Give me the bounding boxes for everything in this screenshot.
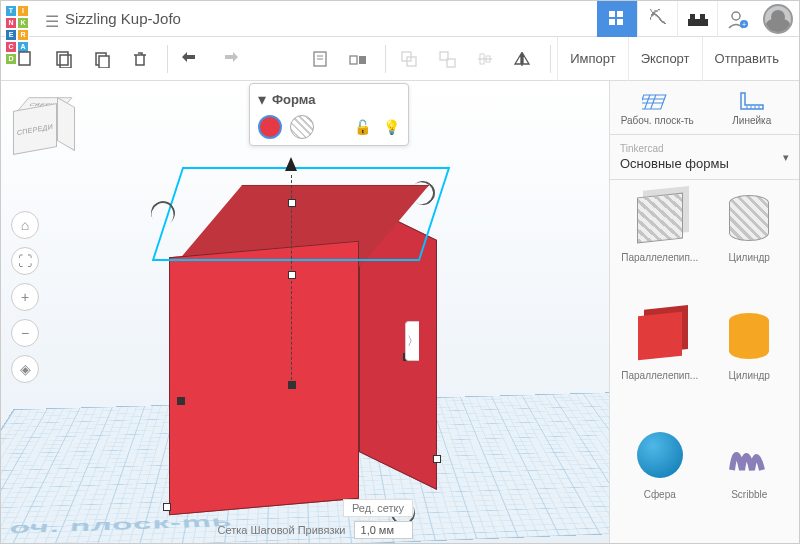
edit-grid-button[interactable]: Ред. сетку <box>343 499 413 517</box>
project-title[interactable]: Sizzling Kup-Jofo <box>65 10 181 27</box>
shape-sphere[interactable]: Сфера <box>618 425 702 537</box>
svg-rect-3 <box>617 19 623 25</box>
svg-line-30 <box>645 95 650 109</box>
copy-button[interactable] <box>9 42 43 76</box>
project-list-icon[interactable] <box>45 12 59 26</box>
snap-grid-label: Сетка Шаговой Привязки <box>218 524 346 536</box>
svg-rect-18 <box>350 56 357 64</box>
sidebar-expand-handle[interactable]: 〉 <box>405 321 419 361</box>
svg-text:+: + <box>741 21 745 28</box>
redo-button[interactable] <box>212 42 246 76</box>
undo-button[interactable] <box>174 42 208 76</box>
viewcube-front[interactable]: СПЕРЕДИ <box>13 103 57 155</box>
notes-button[interactable] <box>303 42 337 76</box>
svg-line-31 <box>651 95 656 109</box>
ruler-tool[interactable]: Линейка <box>705 81 800 134</box>
shape-cylinder-solid[interactable]: Цилиндр <box>708 306 792 418</box>
view-controls: ⌂ ⛶ + − ◈ <box>11 211 39 383</box>
delete-button[interactable] <box>123 42 157 76</box>
home-view-button[interactable]: ⌂ <box>11 211 39 239</box>
view-3d-icon[interactable] <box>597 1 637 37</box>
visibility-button[interactable] <box>341 42 375 76</box>
pickaxe-icon[interactable]: ⛏ <box>637 1 677 37</box>
ungroup-button[interactable] <box>430 42 464 76</box>
import-button[interactable]: Импорт <box>557 37 627 81</box>
duplicate-button[interactable] <box>85 42 119 76</box>
group-button[interactable] <box>392 42 426 76</box>
app-header: TIN KER CAD Sizzling Kup-Jofo ⛏ + <box>1 1 799 37</box>
send-button[interactable]: Отправить <box>702 37 791 81</box>
svg-rect-0 <box>609 11 615 17</box>
ortho-toggle-button[interactable]: ◈ <box>11 355 39 383</box>
svg-rect-6 <box>700 14 705 20</box>
canvas-3d[interactable]: оч. плоск-ть <box>1 81 609 544</box>
hole-swatch[interactable] <box>290 115 314 139</box>
svg-rect-19 <box>359 56 366 64</box>
shape-panel-title: Форма <box>272 92 400 107</box>
svg-rect-12 <box>57 52 68 65</box>
svg-rect-4 <box>688 19 708 26</box>
shape-box-solid[interactable]: Параллелепип... <box>618 306 702 418</box>
shape-inspector-panel: ▾ Форма 🔓 💡 <box>249 83 409 146</box>
snap-grid-select[interactable]: 1,0 мм <box>354 521 413 539</box>
mirror-button[interactable] <box>506 42 540 76</box>
lightbulb-icon[interactable]: 💡 <box>383 119 400 135</box>
viewcube[interactable]: СВЕРХУ СПЕРЕДИ <box>13 93 71 151</box>
svg-rect-11 <box>60 55 71 68</box>
zoom-in-button[interactable]: + <box>11 283 39 311</box>
brick-icon[interactable] <box>677 1 717 37</box>
align-button[interactable] <box>468 42 502 76</box>
tinkercad-logo[interactable]: TIN KER CAD <box>1 1 37 37</box>
svg-rect-1 <box>617 11 623 17</box>
svg-rect-14 <box>99 56 109 68</box>
svg-rect-10 <box>19 52 30 65</box>
chevron-down-icon: ▾ <box>783 151 789 164</box>
export-button[interactable]: Экспорт <box>628 37 702 81</box>
svg-rect-2 <box>609 19 615 25</box>
invite-user-icon[interactable]: + <box>717 1 757 37</box>
workplane-tool[interactable]: Рабоч. плоск-ть <box>610 81 705 134</box>
fit-view-button[interactable]: ⛶ <box>11 247 39 275</box>
shape-box-hole[interactable]: Параллелепип... <box>618 188 702 300</box>
viewcube-side[interactable] <box>57 97 75 151</box>
zoom-out-button[interactable]: − <box>11 319 39 347</box>
shapes-sidebar: Рабоч. плоск-ть Линейка Tinkercad Основн… <box>609 81 799 544</box>
shape-scribble[interactable]: Scribble <box>708 425 792 537</box>
main-toolbar: Импорт Экспорт Отправить <box>1 37 799 81</box>
svg-rect-5 <box>690 14 695 20</box>
paste-button[interactable] <box>47 42 81 76</box>
shape-category-dropdown[interactable]: Tinkercad Основные формы ▾ <box>610 135 799 180</box>
lock-icon[interactable]: 🔓 <box>354 119 371 135</box>
user-avatar[interactable] <box>763 4 793 34</box>
solid-color-swatch[interactable] <box>258 115 282 139</box>
shape-cylinder-hole[interactable]: Цилиндр <box>708 188 792 300</box>
svg-point-7 <box>732 12 740 20</box>
